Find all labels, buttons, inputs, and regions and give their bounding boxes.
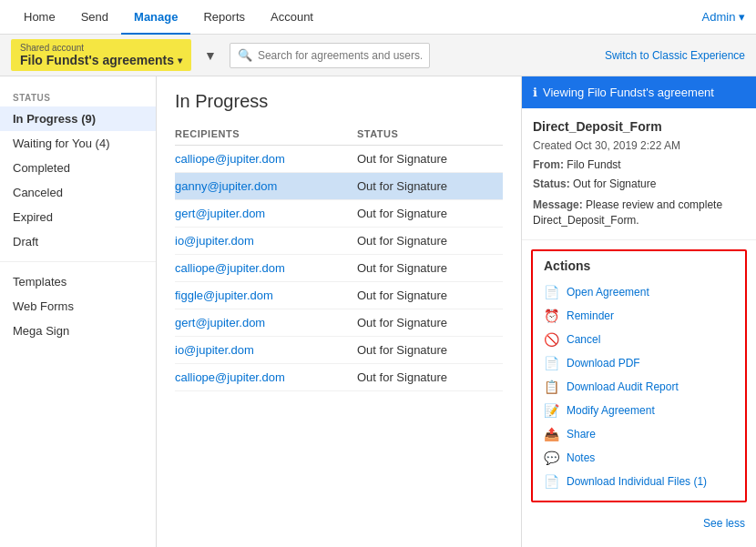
recipient-email: gert@jupiter.dom <box>175 207 357 220</box>
switch-classic-link[interactable]: Switch to Classic Experience <box>605 49 745 62</box>
status-badge: Out for Signature <box>357 370 503 384</box>
sidebar-item-expired[interactable]: Expired <box>0 205 156 229</box>
content-title: In Progress <box>175 91 503 112</box>
notes-icon: 💬 <box>544 451 559 465</box>
table-row[interactable]: calliope@jupiter.dom Out for Signature <box>175 364 503 391</box>
sidebar-item-waiting[interactable]: Waiting for You (4) <box>0 131 156 156</box>
nav-reports[interactable]: Reports <box>190 0 258 35</box>
content-area: In Progress RECIPIENTS STATUS calliope@j… <box>157 76 521 547</box>
top-nav: Home Send Manage Reports Account Admin ▾ <box>0 0 756 35</box>
table-row[interactable]: calliope@jupiter.dom Out for Signature <box>175 255 503 282</box>
agreement-info: Direct_Deposit_Form Created Oct 30, 2019… <box>522 108 756 240</box>
shared-account-name: Filo Fundst's agreements ▾ <box>20 53 182 67</box>
agreement-created: Created Oct 30, 2019 2:22 AM <box>533 137 745 154</box>
action-share[interactable]: 📤 Share <box>533 422 745 446</box>
clock-icon: ⏰ <box>544 309 559 323</box>
status-badge: Out for Signature <box>357 316 503 329</box>
agreement-name: Direct_Deposit_Form <box>533 119 745 134</box>
action-modify[interactable]: 📝 Modify Agreement <box>533 399 745 422</box>
action-reminder[interactable]: ⏰ Reminder <box>533 304 745 328</box>
action-download-pdf[interactable]: 📄 Download PDF <box>533 351 745 375</box>
recipient-email: calliope@jupiter.dom <box>175 370 357 384</box>
cancel-icon: 🚫 <box>544 332 559 347</box>
sidebar-item-web-forms[interactable]: Web Forms <box>0 294 156 319</box>
table-row[interactable]: ganny@jupiter.dom Out for Signature <box>175 173 503 200</box>
sidebar-divider <box>0 261 156 262</box>
status-badge: Out for Signature <box>357 179 503 193</box>
audit-icon: 📋 <box>544 380 559 394</box>
files-icon: 📄 <box>544 474 559 489</box>
table-header: RECIPIENTS STATUS <box>175 123 503 146</box>
main-layout: STATUS In Progress (9) Waiting for You (… <box>0 76 756 547</box>
action-download-audit[interactable]: 📋 Download Audit Report <box>533 375 745 399</box>
search-input[interactable] <box>258 49 422 62</box>
action-cancel[interactable]: 🚫 Cancel <box>533 328 745 351</box>
recipient-email: gert@jupiter.dom <box>175 316 357 329</box>
sidebar-item-draft[interactable]: Draft <box>0 229 156 254</box>
shared-account-label: Shared account <box>20 43 84 53</box>
document-icon: 📄 <box>544 285 559 299</box>
search-box: 🔍 <box>230 43 430 68</box>
sidebar-item-canceled[interactable]: Canceled <box>0 180 156 205</box>
sidebar-item-templates[interactable]: Templates <box>0 269 156 294</box>
actions-title: Actions <box>533 258 745 280</box>
shared-account-button[interactable]: Shared account Filo Fundst's agreements … <box>11 39 191 71</box>
status-badge: Out for Signature <box>357 289 503 302</box>
status-badge: Out for Signature <box>357 343 503 357</box>
sub-header: Shared account Filo Fundst's agreements … <box>0 35 756 76</box>
status-badge: Out for Signature <box>357 234 503 248</box>
status-section-label: STATUS <box>0 87 156 106</box>
action-notes[interactable]: 💬 Notes <box>533 446 745 470</box>
recipient-email: calliope@jupiter.dom <box>175 152 357 166</box>
pdf-icon: 📄 <box>544 356 559 370</box>
recipient-email: calliope@jupiter.dom <box>175 261 357 275</box>
search-icon: 🔍 <box>238 48 252 62</box>
filter-icon[interactable]: ▼ <box>200 45 220 66</box>
sidebar-item-in-progress[interactable]: In Progress (9) <box>0 106 156 131</box>
status-badge: Out for Signature <box>357 261 503 275</box>
table-row[interactable]: gert@jupiter.dom Out for Signature <box>175 200 503 228</box>
action-open-agreement[interactable]: 📄 Open Agreement <box>533 280 745 304</box>
nav-account[interactable]: Account <box>258 0 326 35</box>
table-row[interactable]: gert@jupiter.dom Out for Signature <box>175 309 503 337</box>
col-status-header: STATUS <box>357 128 503 139</box>
recipient-email: ganny@jupiter.dom <box>175 179 357 193</box>
recipient-email: figgle@jupiter.dom <box>175 289 357 302</box>
agreement-message: Message: Please review and complete Dire… <box>533 198 745 228</box>
status-badge: Out for Signature <box>357 207 503 220</box>
share-icon: 📤 <box>544 427 559 441</box>
right-panel-header: ℹ Viewing Filo Fundst's agreement <box>522 76 756 108</box>
nav-manage[interactable]: Manage <box>121 0 190 35</box>
sidebar-item-completed[interactable]: Completed <box>0 156 156 180</box>
table-row[interactable]: io@jupiter.dom Out for Signature <box>175 228 503 255</box>
info-icon: ℹ <box>533 86 537 99</box>
recipient-email: io@jupiter.dom <box>175 234 357 248</box>
admin-menu[interactable]: Admin ▾ <box>702 10 745 24</box>
right-panel: ℹ Viewing Filo Fundst's agreement Direct… <box>521 76 756 547</box>
sidebar-item-mega-sign[interactable]: Mega Sign <box>0 319 156 343</box>
agreement-from: From: Filo Fundst <box>533 157 745 173</box>
status-badge: Out for Signature <box>357 152 503 166</box>
nav-home[interactable]: Home <box>11 0 68 35</box>
action-download-individual[interactable]: 📄 Download Individual Files (1) <box>533 470 745 493</box>
col-recipients-header: RECIPIENTS <box>175 128 357 139</box>
table-row[interactable]: figgle@jupiter.dom Out for Signature <box>175 282 503 309</box>
recipient-email: io@jupiter.dom <box>175 343 357 357</box>
agreement-status: Status: Out for Signature <box>533 176 745 192</box>
see-less[interactable]: See less <box>522 512 756 535</box>
sidebar: STATUS In Progress (9) Waiting for You (… <box>0 76 157 547</box>
table-row[interactable]: calliope@jupiter.dom Out for Signature <box>175 146 503 173</box>
nav-send[interactable]: Send <box>68 0 121 35</box>
modify-icon: 📝 <box>544 403 559 418</box>
table-row[interactable]: io@jupiter.dom Out for Signature <box>175 337 503 364</box>
panel-header-text: Viewing Filo Fundst's agreement <box>543 86 714 99</box>
chevron-down-icon: ▾ <box>178 56 182 66</box>
actions-box: Actions 📄 Open Agreement ⏰ Reminder 🚫 Ca… <box>531 249 747 502</box>
